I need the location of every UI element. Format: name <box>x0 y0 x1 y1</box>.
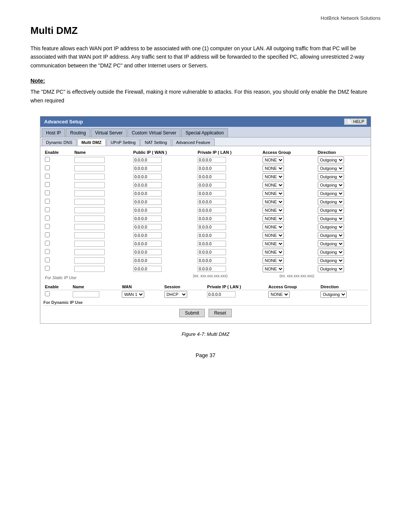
direction-select[interactable]: Outgoing Incoming Both <box>318 257 344 264</box>
name-input[interactable] <box>74 241 105 247</box>
direction-select[interactable]: Outgoing Incoming Both <box>318 182 344 189</box>
direction-select[interactable]: Outgoing Incoming Both <box>318 207 344 214</box>
enable-checkbox[interactable] <box>45 182 50 187</box>
tab-custom-virtual-server[interactable]: Custom Virtual Server <box>127 128 180 137</box>
enable-checkbox[interactable] <box>45 157 50 162</box>
name-input[interactable] <box>74 199 105 205</box>
name-input[interactable] <box>74 182 105 188</box>
name-input[interactable] <box>74 174 105 180</box>
direction-select[interactable]: Outgoing Incoming Both <box>318 173 344 180</box>
submit-button[interactable]: Submit <box>179 309 205 317</box>
dyn-direction-select[interactable]: Outgoing Incoming Both <box>320 291 347 298</box>
direction-select[interactable]: Outgoing Incoming Both <box>318 249 344 256</box>
tab-special-application[interactable]: Special Application <box>181 128 228 137</box>
enable-checkbox[interactable] <box>45 257 50 262</box>
name-input[interactable] <box>74 190 105 197</box>
enable-checkbox[interactable] <box>45 224 50 229</box>
dyn-wan-select[interactable]: WAN 1 WAN 2 <box>122 291 144 298</box>
private-ip-input[interactable] <box>198 190 226 197</box>
access-group-select[interactable]: NONE <box>263 215 284 222</box>
public-ip-input[interactable] <box>133 199 162 205</box>
private-ip-input[interactable] <box>198 157 226 163</box>
access-group-select[interactable]: NONE <box>263 173 284 180</box>
name-input[interactable] <box>74 207 105 213</box>
tab-virtual-server[interactable]: Virtual Server <box>91 128 127 137</box>
help-button[interactable]: 📄 HELP <box>344 118 367 125</box>
public-ip-input[interactable] <box>133 157 162 163</box>
private-ip-input[interactable] <box>198 232 226 238</box>
direction-select[interactable]: Outgoing Incoming Both <box>318 190 344 197</box>
enable-checkbox[interactable] <box>45 249 50 254</box>
direction-select[interactable]: Outgoing Incoming Both <box>318 157 344 163</box>
name-input[interactable] <box>74 157 105 163</box>
dyn-access-group-select[interactable]: NONE <box>268 291 290 298</box>
private-ip-input[interactable] <box>198 241 226 247</box>
access-group-select[interactable]: NONE <box>263 224 284 230</box>
dyn-name-input[interactable] <box>73 291 99 297</box>
private-ip-input[interactable] <box>198 174 226 180</box>
public-ip-input[interactable] <box>133 232 162 238</box>
access-group-select[interactable]: NONE <box>263 157 284 163</box>
public-ip-input[interactable] <box>133 182 162 188</box>
enable-checkbox[interactable] <box>45 199 50 204</box>
public-ip-input[interactable] <box>133 216 162 222</box>
public-ip-input[interactable] <box>133 190 162 197</box>
subtab-dynamic-dns[interactable]: Dynamic DNS <box>42 139 76 146</box>
public-ip-input[interactable] <box>133 266 162 272</box>
access-group-select[interactable]: NONE <box>263 257 284 264</box>
access-group-select[interactable]: NONE <box>263 249 284 256</box>
public-ip-input[interactable] <box>133 257 162 264</box>
name-input[interactable] <box>74 257 105 264</box>
direction-select[interactable]: Outgoing Incoming Both <box>318 165 344 172</box>
subtab-nat-setting[interactable]: NAT Setting <box>140 139 171 146</box>
name-input[interactable] <box>74 249 105 255</box>
public-ip-input[interactable] <box>133 224 162 230</box>
enable-checkbox[interactable] <box>45 174 50 179</box>
direction-select[interactable]: Outgoing Incoming Both <box>318 198 344 205</box>
name-input[interactable] <box>74 224 105 230</box>
enable-checkbox[interactable] <box>45 165 50 170</box>
subtab-upnp-setting[interactable]: UPnP Setting <box>107 139 140 146</box>
subtab-advanced-feature[interactable]: Advanced Feature <box>172 139 215 146</box>
enable-checkbox[interactable] <box>45 241 50 246</box>
access-group-select[interactable]: NONE <box>263 165 284 172</box>
private-ip-input[interactable] <box>198 199 226 205</box>
name-input[interactable] <box>74 216 105 222</box>
dyn-session-select[interactable]: DHCP PPPoE <box>164 291 187 298</box>
subtab-multi-dmz[interactable]: Multi DMZ <box>77 139 106 146</box>
tab-routing[interactable]: Routing <box>66 128 90 137</box>
access-group-select[interactable]: NONE <box>263 265 284 272</box>
direction-select[interactable]: Outgoing Incoming Both <box>318 215 344 222</box>
private-ip-input[interactable] <box>198 266 226 272</box>
private-ip-input[interactable] <box>198 257 226 264</box>
dyn-enable-checkbox[interactable] <box>45 291 50 296</box>
access-group-select[interactable]: NONE <box>263 207 284 214</box>
access-group-select[interactable]: NONE <box>263 240 284 247</box>
name-input[interactable] <box>74 165 105 171</box>
access-group-select[interactable]: NONE <box>263 182 284 189</box>
direction-select[interactable]: Outgoing Incoming Both <box>318 240 344 247</box>
direction-select[interactable]: Outgoing Incoming Both <box>318 265 344 272</box>
enable-checkbox[interactable] <box>45 190 50 195</box>
private-ip-input[interactable] <box>198 249 226 255</box>
reset-button[interactable]: Reset <box>209 309 232 317</box>
public-ip-input[interactable] <box>133 207 162 213</box>
public-ip-input[interactable] <box>133 174 162 180</box>
name-input[interactable] <box>74 232 105 238</box>
enable-checkbox[interactable] <box>45 232 50 237</box>
access-group-select[interactable]: NONE <box>263 198 284 205</box>
enable-checkbox[interactable] <box>45 266 50 271</box>
public-ip-input[interactable] <box>133 241 162 247</box>
private-ip-input[interactable] <box>198 165 226 171</box>
direction-select[interactable]: Outgoing Incoming Both <box>318 224 344 230</box>
private-ip-input[interactable] <box>198 182 226 188</box>
public-ip-input[interactable] <box>133 165 162 171</box>
private-ip-input[interactable] <box>198 216 226 222</box>
private-ip-input[interactable] <box>198 224 226 230</box>
access-group-select[interactable]: NONE <box>263 232 284 239</box>
direction-select[interactable]: Outgoing Incoming Both <box>318 232 344 239</box>
public-ip-input[interactable] <box>133 249 162 255</box>
private-ip-input[interactable] <box>198 207 226 213</box>
name-input[interactable] <box>74 266 105 272</box>
dyn-private-ip-input[interactable] <box>207 291 236 297</box>
